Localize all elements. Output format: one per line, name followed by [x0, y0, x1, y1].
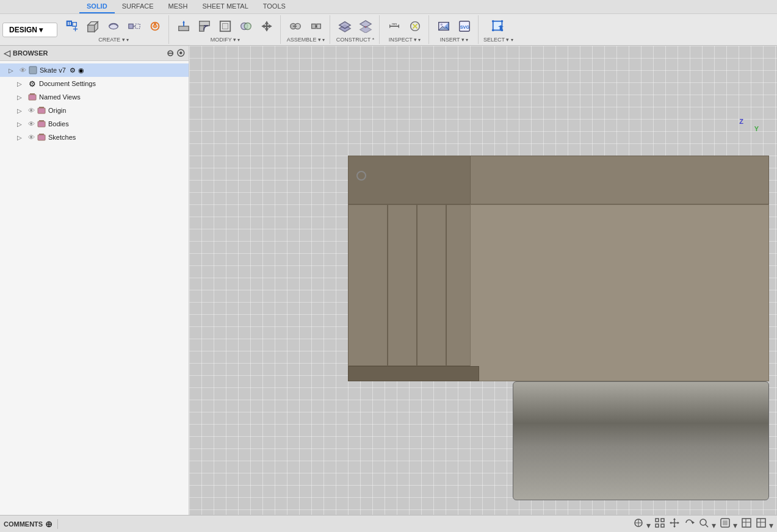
- browser-header: ◁ BROWSER ⊖ ⦿: [0, 46, 189, 61]
- tree-icon-named-views: [27, 92, 38, 102]
- select-icons: [488, 16, 508, 36]
- svg-rect-28: [317, 24, 320, 28]
- modify-icon-1[interactable]: [174, 16, 193, 36]
- select-group: SELECT ▾: [480, 15, 517, 44]
- model-body-main: [470, 204, 769, 381]
- viewport[interactable]: TOP Z Y X: [189, 46, 777, 515]
- inspect-icon-2[interactable]: [405, 16, 425, 36]
- tree-item-skate-v7[interactable]: ▷ 👁 Skate v7 ⚙ ◉: [0, 63, 189, 77]
- design-button[interactable]: DESIGN ▾: [2, 23, 57, 37]
- grid-icon[interactable]: [741, 517, 752, 530]
- modify-icon-3[interactable]: [215, 16, 235, 36]
- browser-collapse-icon[interactable]: ⊖: [167, 48, 174, 58]
- select-icon-1[interactable]: [488, 16, 508, 36]
- construct-icons: [335, 16, 375, 36]
- insert-icon-1[interactable]: [434, 16, 454, 36]
- browser-divider-icon[interactable]: ⦿: [176, 48, 185, 58]
- modify-icons: [174, 16, 276, 36]
- model-col-1: [348, 204, 388, 366]
- inspect-icons: mm: [385, 16, 425, 36]
- create-icon-3[interactable]: [104, 16, 123, 36]
- svg-point-14: [154, 23, 156, 26]
- svg-rect-61: [38, 135, 45, 140]
- construct-icon-1[interactable]: [335, 16, 355, 36]
- svg-point-50: [501, 20, 504, 23]
- svg-marker-73: [678, 522, 679, 524]
- tab-mesh[interactable]: MESH: [161, 0, 195, 13]
- svg-rect-27: [312, 24, 316, 28]
- create-icon-4[interactable]: [125, 16, 144, 36]
- tab-bar: SOLID SURFACE MESH SHEET METAL TOOLS: [0, 0, 777, 14]
- tree-label-skate-v7: Skate v7: [40, 66, 66, 74]
- tree-eye-sketches[interactable]: 👁: [28, 134, 35, 141]
- svg-rect-10: [129, 24, 133, 28]
- rotate-icon[interactable]: [684, 517, 695, 530]
- insert-label[interactable]: INSERT ▾: [440, 37, 468, 43]
- tree-arrow-doc-settings[interactable]: ▷: [17, 81, 26, 87]
- construct-icon-2[interactable]: [356, 16, 375, 36]
- pan-icon[interactable]: [669, 517, 680, 530]
- tree-arrow-skate-v7[interactable]: ▷: [9, 67, 17, 74]
- assemble-icon-2[interactable]: [306, 16, 326, 36]
- grid-snap-icon[interactable]: [654, 517, 665, 530]
- tree-label-bodies: Bodies: [48, 120, 69, 128]
- insert-icon-2[interactable]: SVG: [455, 16, 474, 36]
- inspect-label[interactable]: INSPECT ▾: [389, 37, 421, 43]
- display-mode-icon[interactable]: ▾: [720, 517, 737, 530]
- tree-item-doc-settings[interactable]: ▷ ⚙ Document Settings: [0, 77, 189, 90]
- modify-icon-5[interactable]: [257, 16, 276, 36]
- status-bar: COMMENTS ⊕ ▾ ▾ ▾ ▾: [0, 515, 777, 532]
- modify-icon-2[interactable]: [195, 16, 214, 36]
- create-group: CREATE ▾: [59, 15, 169, 44]
- assemble-label[interactable]: ASSEMBLE ▾: [287, 37, 325, 43]
- tree-arrow-named-views[interactable]: ▷: [17, 94, 26, 101]
- browser-panel: ◁ BROWSER ⊖ ⦿ ▷ 👁 Skate v7 ⚙ ◉: [0, 46, 189, 515]
- tree-item-sketches[interactable]: ▷ 👁 Sketches: [0, 131, 189, 144]
- tab-tools[interactable]: TOOLS: [256, 0, 293, 13]
- select-label[interactable]: SELECT ▾: [483, 37, 513, 43]
- create-icon-5[interactable]: [145, 16, 165, 36]
- grid-settings-icon[interactable]: ▾: [756, 517, 773, 530]
- svg-point-75: [700, 519, 706, 525]
- modify-icon-4[interactable]: [236, 16, 256, 36]
- create-label[interactable]: CREATE ▾: [98, 37, 129, 43]
- assemble-icon-1[interactable]: [286, 16, 305, 36]
- svg-text:mm: mm: [392, 23, 397, 26]
- svg-rect-20: [222, 23, 228, 29]
- svg-marker-70: [673, 518, 676, 520]
- tree-arrow-origin[interactable]: ▷: [17, 107, 26, 114]
- tree-eye-bodies[interactable]: 👁: [28, 120, 35, 128]
- snap-indicator: [356, 171, 366, 181]
- create-icon-1[interactable]: [62, 16, 82, 36]
- inspect-icon-1[interactable]: mm: [385, 16, 404, 36]
- tree-icon-doc-settings: ⚙: [27, 78, 38, 89]
- tree-vis-skate-v7[interactable]: ◉: [78, 66, 84, 74]
- svg-marker-71: [673, 526, 676, 528]
- tree-eye-skate-v7[interactable]: 👁: [20, 66, 26, 74]
- svg-rect-66: [656, 519, 659, 522]
- bottom-toolbar: ▾ ▾ ▾ ▾: [633, 517, 773, 530]
- tree-item-origin[interactable]: ▷ 👁 Origin: [0, 104, 189, 117]
- modify-label[interactable]: MODIFY ▾: [211, 37, 240, 43]
- comments-add-icon[interactable]: ⊕: [45, 519, 52, 529]
- tab-surface[interactable]: SURFACE: [115, 0, 161, 13]
- tree-arrow-sketches[interactable]: ▷: [17, 134, 26, 141]
- construct-label[interactable]: CONSTRUCT *: [336, 37, 374, 43]
- tree-item-named-views[interactable]: ▷ Named Views: [0, 90, 189, 104]
- tab-solid[interactable]: SOLID: [79, 0, 115, 13]
- comments-section: COMMENTS ⊕: [4, 519, 60, 529]
- tree-eye-origin[interactable]: 👁: [28, 107, 35, 114]
- svg-point-22: [244, 23, 251, 30]
- svg-line-76: [706, 525, 708, 527]
- tree-arrow-bodies[interactable]: ▷: [17, 121, 26, 128]
- tab-sheet-metal[interactable]: SHEET METAL: [195, 0, 255, 13]
- svg-rect-6: [88, 25, 95, 32]
- tree-item-bodies[interactable]: ▷ 👁 Bodies: [0, 117, 189, 131]
- model-col-2: [388, 204, 417, 366]
- zoom-icon[interactable]: ▾: [698, 517, 716, 530]
- create-icon-2[interactable]: [83, 16, 103, 36]
- browser-back-icon[interactable]: ◁: [4, 48, 10, 58]
- tree-settings-skate-v7[interactable]: ⚙: [70, 66, 76, 74]
- svg-rect-18: [200, 21, 210, 26]
- snap-icon[interactable]: ▾: [633, 517, 651, 530]
